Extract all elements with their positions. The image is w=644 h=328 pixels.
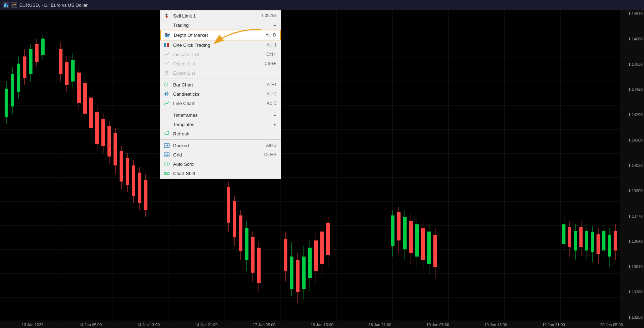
menu-item-trading[interactable]: Trading ► bbox=[160, 20, 281, 30]
menu-shortcut-dom: Alt+B bbox=[266, 33, 276, 38]
svg-line-148 bbox=[168, 61, 169, 62]
timeframes-submenu-arrow: ► bbox=[273, 113, 277, 117]
svg-rect-128 bbox=[597, 234, 600, 254]
svg-rect-52 bbox=[89, 98, 93, 128]
menu-separator-2 bbox=[160, 109, 281, 109]
svg-rect-56 bbox=[101, 119, 105, 146]
menu-item-candlesticks[interactable]: Candlesticks Alt+2 bbox=[160, 89, 281, 99]
svg-rect-102 bbox=[397, 212, 401, 240]
menu-item-chart-shift[interactable]: Chart Shift bbox=[160, 169, 281, 178]
svg-marker-177 bbox=[165, 173, 166, 174]
time-label: 14 Jan 21:00 bbox=[177, 323, 235, 327]
svg-rect-50 bbox=[83, 83, 87, 114]
menu-item-timeframes[interactable]: Timeframes ► bbox=[160, 110, 281, 120]
menu-shortcut-indicator-list: Ctrl+I bbox=[266, 52, 277, 57]
svg-rect-40 bbox=[41, 39, 45, 55]
price-label: 1.13900 bbox=[622, 189, 643, 193]
menu-label-oneclick: One Click Trading bbox=[173, 43, 264, 48]
time-label: 14 Jan 05:00 bbox=[61, 323, 119, 327]
svg-rect-64 bbox=[126, 158, 129, 185]
svg-rect-58 bbox=[107, 126, 111, 156]
docked-icon bbox=[163, 143, 170, 148]
menu-item-templates[interactable]: Templates ► bbox=[160, 120, 281, 129]
candles-area bbox=[0, 10, 620, 321]
svg-rect-68 bbox=[138, 173, 141, 203]
time-scale: 13 Jan 2022 14 Jan 05:00 14 Jan 13:00 14… bbox=[0, 321, 644, 328]
price-label: 1.13770 bbox=[622, 214, 643, 218]
grid-icon bbox=[163, 152, 170, 158]
svg-marker-165 bbox=[167, 144, 168, 146]
svg-rect-110 bbox=[421, 228, 425, 260]
svg-rect-0 bbox=[4, 4, 5, 7]
svg-marker-173 bbox=[168, 163, 168, 165]
menu-item-grid[interactable]: Grid Ctrl+G bbox=[160, 150, 281, 159]
price-label: 1.13250 bbox=[622, 315, 643, 319]
svg-line-146 bbox=[168, 52, 169, 53]
svg-rect-66 bbox=[132, 165, 135, 196]
svg-rect-36 bbox=[29, 49, 32, 74]
menu-item-auto-scroll[interactable]: Auto Scroll bbox=[160, 159, 281, 169]
svg-rect-100 bbox=[391, 215, 394, 246]
svg-rect-126 bbox=[591, 232, 594, 252]
price-label: 1.13380 bbox=[622, 290, 643, 294]
svg-rect-70 bbox=[144, 180, 147, 210]
menu-shortcut-docked: Alt+D bbox=[266, 143, 277, 148]
time-label: 17 Jan 05:00 bbox=[235, 323, 293, 327]
svg-rect-2 bbox=[7, 5, 8, 7]
svg-rect-74 bbox=[233, 201, 236, 237]
menu-label-grid: Grid bbox=[173, 152, 261, 158]
menu-label-docked: Docked bbox=[173, 143, 263, 148]
svg-rect-120 bbox=[574, 231, 577, 250]
indicator-list-icon bbox=[163, 51, 170, 57]
price-label: 1.14290 bbox=[622, 113, 643, 117]
price-scale: 1.14810 1.14680 1.14550 1.14420 1.14290 … bbox=[620, 10, 644, 321]
menu-label-auto-scroll: Auto Scroll bbox=[173, 161, 274, 167]
svg-rect-134 bbox=[614, 231, 617, 250]
svg-rect-38 bbox=[35, 44, 39, 62]
menu-item-expert-list[interactable]: Expert List bbox=[160, 68, 281, 78]
menu-item-indicator-list[interactable]: Indicator List Ctrl+I bbox=[160, 50, 281, 59]
menu-label-trading: Trading bbox=[173, 23, 267, 28]
time-label: 13 Jan 2022 bbox=[4, 323, 61, 327]
menu-item-sell-limit[interactable]: Sell Limit 1 1.05758 bbox=[160, 11, 281, 20]
svg-rect-118 bbox=[568, 227, 571, 247]
svg-rect-82 bbox=[257, 248, 261, 283]
svg-rect-94 bbox=[314, 240, 318, 271]
menu-item-bar-chart[interactable]: Bar Chart Alt+1 bbox=[160, 80, 281, 89]
expert-list-icon bbox=[163, 70, 170, 76]
oneclick-icon bbox=[163, 42, 170, 48]
time-label: 19 Jan 13:00 bbox=[467, 323, 525, 327]
menu-label-expert-list: Expert List bbox=[173, 70, 274, 76]
menu-shortcut-line-chart: Alt+3 bbox=[267, 101, 277, 106]
price-label: 1.14160 bbox=[622, 138, 643, 142]
price-label: 1.14420 bbox=[622, 87, 643, 91]
menu-label-bar-chart: Bar Chart bbox=[173, 82, 264, 88]
price-label: 1.14680 bbox=[622, 37, 643, 41]
menu-item-depth-of-market[interactable]: Depth Of Market Alt+B bbox=[160, 30, 281, 40]
svg-marker-136 bbox=[165, 16, 168, 18]
menu-item-docked[interactable]: Docked Alt+D bbox=[160, 141, 281, 150]
svg-rect-86 bbox=[290, 257, 293, 289]
time-label: 18 Jan 21:00 bbox=[351, 323, 409, 327]
time-label: 19 Jan 21:00 bbox=[525, 323, 583, 327]
menu-item-object-list[interactable]: Object List Ctrl+B bbox=[160, 59, 281, 68]
time-label: 19 Jan 05:00 bbox=[409, 323, 467, 327]
trading-icon bbox=[163, 22, 170, 28]
menu-item-one-click-trading[interactable]: One Click Trading Alt+1 bbox=[160, 40, 281, 50]
svg-rect-159 bbox=[165, 93, 166, 95]
price-label: 1.13510 bbox=[622, 264, 643, 269]
svg-rect-104 bbox=[403, 217, 407, 249]
context-menu: Sell Limit 1 1.05758 Trading ► Depth Of … bbox=[160, 10, 281, 179]
svg-rect-116 bbox=[562, 224, 565, 244]
svg-rect-76 bbox=[239, 215, 242, 251]
svg-rect-80 bbox=[251, 237, 255, 273]
templates-submenu-arrow: ► bbox=[273, 123, 277, 126]
indicator-icon bbox=[11, 3, 17, 8]
time-label: 20 Jan 05:00 bbox=[583, 323, 640, 327]
menu-item-line-chart[interactable]: Line Chart Alt+3 bbox=[160, 99, 281, 108]
svg-rect-140 bbox=[165, 34, 170, 35]
menu-item-refresh[interactable]: Refresh bbox=[160, 129, 281, 138]
svg-rect-132 bbox=[608, 235, 611, 257]
svg-rect-62 bbox=[120, 151, 123, 182]
menu-label-timeframes: Timeframes bbox=[173, 113, 267, 118]
